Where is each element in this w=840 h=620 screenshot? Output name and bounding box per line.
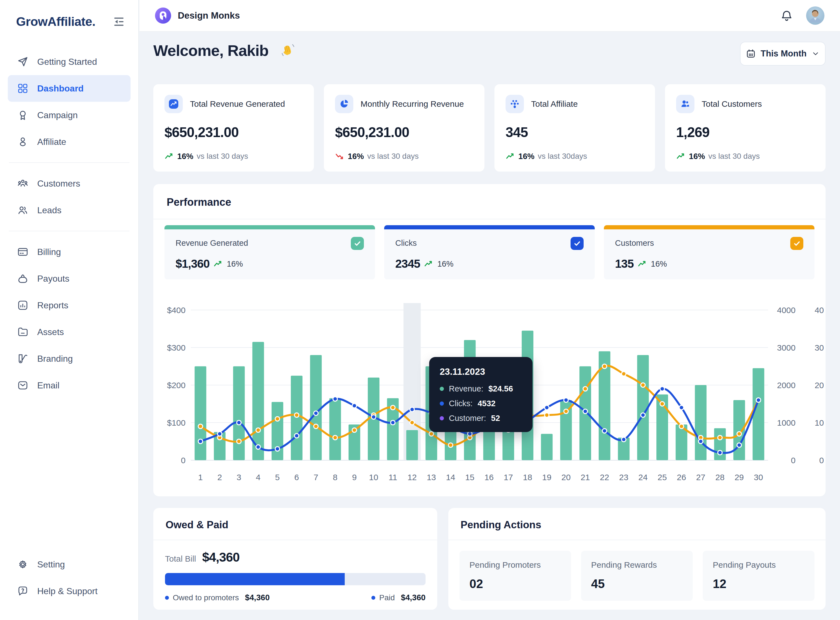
sidebar-item-payouts[interactable]: Payouts <box>8 265 130 292</box>
svg-text:15: 15 <box>465 473 474 482</box>
svg-text:27: 27 <box>696 473 705 482</box>
svg-text:3: 3 <box>237 473 242 482</box>
sidebar-item-campaign[interactable]: Campaign <box>8 102 130 128</box>
sidebar-item-branding[interactable]: Branding <box>8 345 130 372</box>
owed-paid-progress-bar <box>165 573 426 585</box>
stat-title: Monthly Recurring Revenue <box>360 99 464 109</box>
sidebar-item-label: Reports <box>37 300 68 310</box>
tab-accent-strip <box>604 225 814 229</box>
tab-revenue-generated[interactable]: Revenue Generated $1,360 16% <box>165 225 375 280</box>
pouch-icon <box>16 272 29 285</box>
tooltip-value: 4532 <box>477 399 495 408</box>
sidebar-nav: Getting Started Dashboard Campaign Affil… <box>0 40 138 399</box>
svg-text:30: 30 <box>815 343 824 352</box>
tab-clicks[interactable]: Clicks 2345 16% <box>384 225 595 280</box>
sidebar-item-assets[interactable]: Assets <box>8 319 130 345</box>
sidebar-item-help-support[interactable]: Help & Support <box>8 578 130 605</box>
svg-text:22: 22 <box>600 473 609 482</box>
person-icon <box>16 136 29 148</box>
sidebar-item-leads[interactable]: Leads <box>8 197 130 224</box>
pending-value: 12 <box>713 577 804 591</box>
legend-label: Owed to promoters <box>173 593 239 602</box>
sidebar-collapse-button[interactable] <box>112 15 126 29</box>
svg-text:8: 8 <box>333 473 338 482</box>
paid-dot-icon <box>371 596 375 600</box>
clicks-checkbox[interactable] <box>570 237 584 250</box>
mail-icon <box>16 379 29 391</box>
svg-text:10: 10 <box>369 473 378 482</box>
sidebar-footer: Setting Help & Support <box>0 551 138 620</box>
tab-label: Clicks <box>395 239 417 248</box>
tab-customers[interactable]: Customers 135 16% <box>604 225 814 280</box>
sidebar-item-customers[interactable]: Customers <box>8 170 130 197</box>
sidebar-item-affiliate[interactable]: Affiliate <box>8 128 130 155</box>
stat-trend-percent: 16% <box>177 152 194 161</box>
svg-text:1: 1 <box>198 473 203 482</box>
svg-text:$100: $100 <box>167 418 186 427</box>
stat-title: Total Revenue Generated <box>190 99 285 109</box>
workspace-switcher[interactable]: Design Monks <box>155 8 240 24</box>
pending-actions-title: Pending Actions <box>448 508 825 540</box>
sidebar-divider <box>9 231 129 231</box>
customers-checkbox[interactable] <box>790 237 803 250</box>
sidebar-item-billing[interactable]: Billing <box>8 239 130 265</box>
svg-text:20: 20 <box>561 473 570 482</box>
legend-value: $4,360 <box>401 593 426 602</box>
svg-text:0: 0 <box>791 456 795 465</box>
svg-text:11: 11 <box>388 473 397 482</box>
tab-trend-percent: 16% <box>651 259 667 269</box>
credit-card-icon <box>16 246 29 258</box>
svg-text:$300: $300 <box>167 343 186 352</box>
stat-title: Total Affiliate <box>531 99 578 109</box>
notifications-bell-button[interactable] <box>780 8 794 23</box>
stat-trend-percent: 16% <box>348 152 364 161</box>
svg-text:1000: 1000 <box>777 418 795 427</box>
svg-text:24: 24 <box>638 473 648 482</box>
customer-dot-icon <box>440 416 444 420</box>
svg-text:18: 18 <box>523 473 532 482</box>
chevron-down-icon <box>811 49 820 58</box>
owed-paid-section: Owed & Paid Total Bill $4,360 Owed to pr… <box>153 508 437 610</box>
trend-up-arrow-icon <box>424 259 434 269</box>
sidebar-item-setting[interactable]: Setting <box>8 551 130 578</box>
trend-up-arrow-icon <box>506 152 515 161</box>
svg-text:0: 0 <box>181 456 186 465</box>
swatch-icon <box>16 352 29 365</box>
tooltip-label: Customer: <box>449 414 486 423</box>
workspace-name: Design Monks <box>178 10 240 21</box>
page-title: Welcome, Rakib 👋 <box>153 41 296 60</box>
revenue-checkbox[interactable] <box>351 237 364 250</box>
sidebar-item-getting-started[interactable]: Getting Started <box>8 48 130 75</box>
stat-card: Total Revenue Generated $650,231.00 16% … <box>153 84 314 172</box>
sidebar: GrowAffiliate. Getting Started Dashboard <box>0 0 139 620</box>
stat-trend-caption: vs last 30days <box>538 152 587 161</box>
stat-value: 345 <box>506 124 644 140</box>
period-filter-label: This Month <box>760 49 806 59</box>
sidebar-item-reports[interactable]: Reports <box>8 292 130 319</box>
owed-progress-fill <box>165 573 345 585</box>
performance-tabs: Revenue Generated $1,360 16% Clicks <box>165 225 814 280</box>
svg-text:9: 9 <box>352 473 357 482</box>
pie-chart-icon <box>335 95 353 113</box>
divider <box>153 219 825 219</box>
chart-tooltip: 23.11.2023 Revenue: $24.56 Clicks: 4532 … <box>429 357 532 432</box>
owed-dot-icon <box>165 596 169 600</box>
sidebar-item-email[interactable]: Email <box>8 372 130 399</box>
sidebar-item-label: Help & Support <box>37 586 98 596</box>
tab-trend-percent: 16% <box>226 259 243 269</box>
svg-text:20: 20 <box>815 381 824 390</box>
two-people-icon <box>676 95 694 113</box>
svg-text:17: 17 <box>504 473 513 482</box>
sidebar-item-label: Affiliate <box>37 137 66 147</box>
svg-text:29: 29 <box>735 473 744 482</box>
help-bubble-icon <box>16 585 29 597</box>
stat-title: Total Customers <box>702 99 762 109</box>
medal-icon <box>16 109 29 121</box>
trend-up-arrow-icon <box>638 259 647 269</box>
sidebar-item-dashboard[interactable]: Dashboard <box>8 75 130 102</box>
period-filter-button[interactable]: This Month <box>740 42 825 66</box>
svg-text:26: 26 <box>677 473 686 482</box>
tab-accent-strip <box>384 225 595 229</box>
tab-value: 2345 <box>395 257 420 271</box>
user-avatar[interactable] <box>806 6 825 25</box>
